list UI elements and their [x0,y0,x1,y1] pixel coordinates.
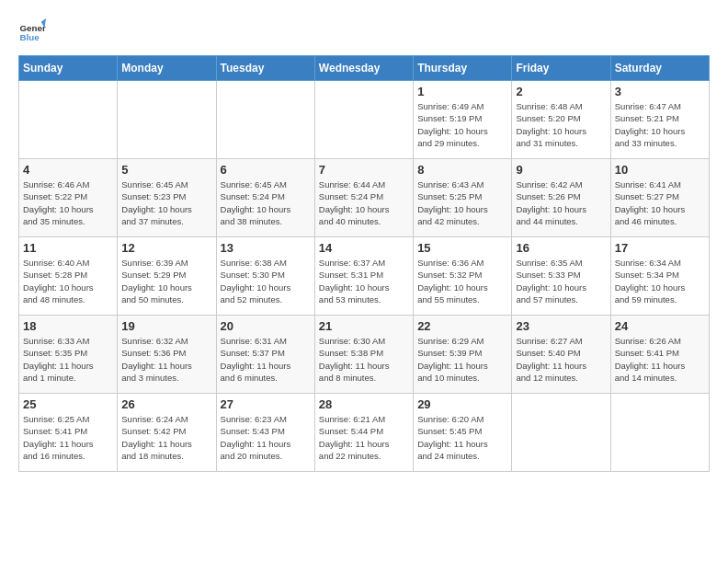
day-number: 2 [516,85,606,98]
weekday-header: Saturday [610,56,709,81]
day-info: Sunrise: 6:32 AM Sunset: 5:36 PM Dayligh… [121,335,211,384]
calendar-table: SundayMondayTuesdayWednesdayThursdayFrid… [18,55,710,472]
day-number: 15 [417,241,507,255]
day-info: Sunrise: 6:29 AM Sunset: 5:39 PM Dayligh… [417,335,507,384]
day-info: Sunrise: 6:23 AM Sunset: 5:43 PM Dayligh… [221,413,311,462]
day-number: 26 [121,397,211,411]
logo-icon: GeneralBlue [18,18,46,46]
calendar-cell: 24Sunrise: 6:26 AM Sunset: 5:41 PM Dayli… [610,316,709,394]
calendar-week-row: 11Sunrise: 6:40 AM Sunset: 5:28 PM Dayli… [19,237,710,316]
day-number: 25 [23,397,113,411]
calendar-cell: 2Sunrise: 6:48 AM Sunset: 5:20 PM Daylig… [512,81,610,159]
calendar-cell: 5Sunrise: 6:45 AM Sunset: 5:23 PM Daylig… [118,159,216,237]
calendar-cell: 6Sunrise: 6:45 AM Sunset: 5:24 PM Daylig… [216,159,314,237]
calendar-cell: 3Sunrise: 6:47 AM Sunset: 5:21 PM Daylig… [610,81,709,159]
day-number: 14 [319,241,409,255]
calendar-cell: 14Sunrise: 6:37 AM Sunset: 5:31 PM Dayli… [314,237,413,316]
day-info: Sunrise: 6:26 AM Sunset: 5:41 PM Dayligh… [615,335,705,384]
calendar-cell: 26Sunrise: 6:24 AM Sunset: 5:42 PM Dayli… [118,394,216,472]
calendar-cell [216,81,314,159]
day-info: Sunrise: 6:25 AM Sunset: 5:41 PM Dayligh… [23,413,113,462]
day-number: 11 [23,241,113,255]
day-info: Sunrise: 6:38 AM Sunset: 5:30 PM Dayligh… [221,257,311,305]
day-info: Sunrise: 6:33 AM Sunset: 5:35 PM Dayligh… [23,335,113,384]
calendar-cell: 29Sunrise: 6:20 AM Sunset: 5:45 PM Dayli… [414,394,512,472]
day-info: Sunrise: 6:40 AM Sunset: 5:28 PM Dayligh… [23,257,113,305]
calendar-header: SundayMondayTuesdayWednesdayThursdayFrid… [19,56,710,81]
day-number: 21 [319,319,409,333]
day-number: 16 [516,241,606,255]
calendar-cell: 1Sunrise: 6:49 AM Sunset: 5:19 PM Daylig… [414,81,512,159]
day-number: 28 [319,397,409,411]
calendar-cell: 18Sunrise: 6:33 AM Sunset: 5:35 PM Dayli… [19,316,118,394]
day-info: Sunrise: 6:35 AM Sunset: 5:33 PM Dayligh… [516,257,606,305]
day-info: Sunrise: 6:20 AM Sunset: 5:45 PM Dayligh… [417,413,507,462]
weekday-header: Sunday [19,56,118,81]
day-number: 12 [121,241,211,255]
day-info: Sunrise: 6:36 AM Sunset: 5:32 PM Dayligh… [417,257,507,305]
calendar-cell: 4Sunrise: 6:46 AM Sunset: 5:22 PM Daylig… [19,159,118,237]
day-info: Sunrise: 6:37 AM Sunset: 5:31 PM Dayligh… [319,257,409,305]
calendar-cell [19,81,118,159]
calendar-week-row: 18Sunrise: 6:33 AM Sunset: 5:35 PM Dayli… [19,316,710,394]
day-info: Sunrise: 6:49 AM Sunset: 5:19 PM Dayligh… [417,100,507,149]
calendar-body: 1Sunrise: 6:49 AM Sunset: 5:19 PM Daylig… [19,81,710,472]
page-header: GeneralBlue [18,18,710,46]
day-info: Sunrise: 6:21 AM Sunset: 5:44 PM Dayligh… [319,413,409,462]
svg-text:Blue: Blue [20,32,40,42]
day-number: 4 [23,163,113,177]
calendar-cell: 8Sunrise: 6:43 AM Sunset: 5:25 PM Daylig… [414,159,512,237]
day-info: Sunrise: 6:41 AM Sunset: 5:27 PM Dayligh… [615,178,705,227]
calendar-cell [512,394,610,472]
calendar-cell [610,394,709,472]
calendar-cell [118,81,216,159]
day-number: 3 [615,85,705,98]
calendar-cell: 12Sunrise: 6:39 AM Sunset: 5:29 PM Dayli… [118,237,216,316]
calendar-cell: 19Sunrise: 6:32 AM Sunset: 5:36 PM Dayli… [118,316,216,394]
day-number: 27 [221,397,311,411]
day-info: Sunrise: 6:39 AM Sunset: 5:29 PM Dayligh… [121,257,211,305]
weekday-header: Thursday [414,56,512,81]
calendar-cell: 15Sunrise: 6:36 AM Sunset: 5:32 PM Dayli… [414,237,512,316]
day-number: 5 [121,163,211,177]
calendar-cell: 28Sunrise: 6:21 AM Sunset: 5:44 PM Dayli… [314,394,413,472]
day-info: Sunrise: 6:42 AM Sunset: 5:26 PM Dayligh… [516,178,606,227]
calendar-cell: 16Sunrise: 6:35 AM Sunset: 5:33 PM Dayli… [512,237,610,316]
calendar-cell: 27Sunrise: 6:23 AM Sunset: 5:43 PM Dayli… [216,394,314,472]
day-info: Sunrise: 6:46 AM Sunset: 5:22 PM Dayligh… [23,178,113,227]
weekday-header: Friday [512,56,610,81]
svg-text:General: General [20,23,47,33]
weekday-row: SundayMondayTuesdayWednesdayThursdayFrid… [19,56,710,81]
day-number: 20 [221,319,311,333]
calendar-cell: 7Sunrise: 6:44 AM Sunset: 5:24 PM Daylig… [314,159,413,237]
day-info: Sunrise: 6:27 AM Sunset: 5:40 PM Dayligh… [516,335,606,384]
day-number: 9 [516,163,606,177]
day-info: Sunrise: 6:43 AM Sunset: 5:25 PM Dayligh… [417,178,507,227]
weekday-header: Tuesday [216,56,314,81]
day-number: 18 [23,319,113,333]
calendar-week-row: 1Sunrise: 6:49 AM Sunset: 5:19 PM Daylig… [19,81,710,159]
day-info: Sunrise: 6:34 AM Sunset: 5:34 PM Dayligh… [615,257,705,305]
day-number: 23 [516,319,606,333]
calendar-week-row: 25Sunrise: 6:25 AM Sunset: 5:41 PM Dayli… [19,394,710,472]
day-number: 19 [121,319,211,333]
day-number: 8 [417,163,507,177]
calendar-week-row: 4Sunrise: 6:46 AM Sunset: 5:22 PM Daylig… [19,159,710,237]
calendar-cell [314,81,413,159]
logo: GeneralBlue [18,18,46,46]
day-info: Sunrise: 6:31 AM Sunset: 5:37 PM Dayligh… [221,335,311,384]
calendar-cell: 25Sunrise: 6:25 AM Sunset: 5:41 PM Dayli… [19,394,118,472]
day-info: Sunrise: 6:47 AM Sunset: 5:21 PM Dayligh… [615,100,705,149]
day-info: Sunrise: 6:45 AM Sunset: 5:23 PM Dayligh… [121,178,211,227]
calendar-cell: 11Sunrise: 6:40 AM Sunset: 5:28 PM Dayli… [19,237,118,316]
calendar-cell: 22Sunrise: 6:29 AM Sunset: 5:39 PM Dayli… [414,316,512,394]
calendar-cell: 17Sunrise: 6:34 AM Sunset: 5:34 PM Dayli… [610,237,709,316]
day-number: 7 [319,163,409,177]
day-number: 24 [615,319,705,333]
weekday-header: Monday [118,56,216,81]
calendar-cell: 20Sunrise: 6:31 AM Sunset: 5:37 PM Dayli… [216,316,314,394]
day-info: Sunrise: 6:24 AM Sunset: 5:42 PM Dayligh… [121,413,211,462]
weekday-header: Wednesday [314,56,413,81]
day-info: Sunrise: 6:44 AM Sunset: 5:24 PM Dayligh… [319,178,409,227]
day-number: 6 [221,163,311,177]
